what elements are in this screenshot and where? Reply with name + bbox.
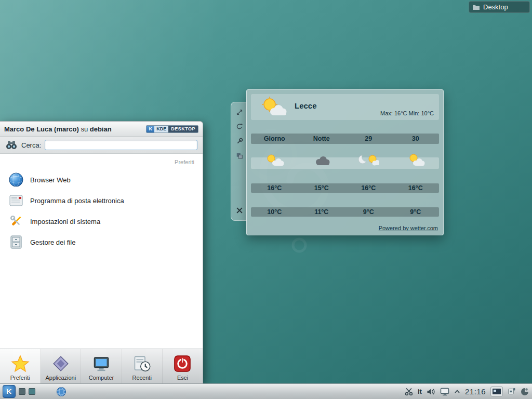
- wrench-icon[interactable]: [235, 137, 244, 146]
- system-tray: it 21:16: [405, 387, 529, 396]
- panel-cashew-icon[interactable]: [520, 387, 529, 396]
- digital-clock[interactable]: 21:16: [465, 387, 486, 396]
- tab-label: Preferiti: [10, 375, 30, 381]
- kickoff-content: Preferiti Browser Web: [0, 154, 203, 349]
- favorite-item-mail[interactable]: Programma di posta elettronica: [7, 190, 195, 211]
- binoculars-icon: [5, 140, 18, 150]
- weather-credit-link[interactable]: Powered by wetter.com: [379, 225, 438, 231]
- favorite-label: Programma di posta elettronica: [30, 197, 124, 205]
- day-temp: 16°C: [345, 183, 392, 193]
- panel-launcher-icon-2[interactable]: [29, 388, 35, 395]
- tray-extra-icon[interactable]: [508, 388, 515, 395]
- favorite-label: Gestore dei file: [30, 238, 75, 246]
- mail-icon: [8, 193, 24, 208]
- weather-city: Lecce: [295, 101, 317, 110]
- tab-esci[interactable]: Esci: [163, 349, 203, 383]
- applications-icon: [51, 354, 70, 373]
- tab-label: Esci: [177, 375, 188, 381]
- weather-widget-handle[interactable]: [231, 102, 247, 221]
- favorite-label: Impostazioni di sistema: [30, 218, 100, 225]
- weather-col-label: 29: [345, 134, 392, 144]
- weather-widget: Lecce Max: 16°C Min: 10°C Giorno Notte 2…: [246, 89, 444, 235]
- favorite-item-settings[interactable]: Impostazioni di sistema: [7, 211, 195, 232]
- folder-widget-title: Desktop: [483, 3, 508, 11]
- tab-label: Recenti: [132, 375, 152, 381]
- favorite-item-filemanager[interactable]: Gestore dei file: [7, 232, 195, 252]
- tab-recenti[interactable]: Recenti: [122, 349, 163, 383]
- sun-cloud-icon: [392, 157, 440, 169]
- night-temp: 10°C: [251, 207, 298, 217]
- rotate-icon[interactable]: [235, 122, 244, 131]
- search-label: Cerca:: [21, 141, 41, 149]
- sun-cloud-icon: [256, 96, 289, 118]
- favorite-item-browser[interactable]: Browser Web: [7, 169, 195, 190]
- user-separator: su: [79, 125, 90, 133]
- pager-icon[interactable]: [490, 387, 503, 396]
- night-temp: 11°C: [298, 207, 345, 217]
- night-temp: 9°C: [392, 207, 440, 217]
- pager-screen: [493, 389, 501, 394]
- clipboard-scissors-icon[interactable]: [405, 388, 413, 396]
- kde-logo-icon: K: [147, 126, 154, 132]
- tab-label: Applicazioni: [45, 375, 76, 381]
- power-icon: [173, 354, 192, 373]
- close-icon[interactable]: [235, 206, 244, 215]
- kickoff-search-row: Cerca:: [0, 137, 203, 154]
- tab-preferiti[interactable]: Preferiti: [0, 349, 41, 383]
- sun-cloud-icon: [251, 157, 298, 169]
- web-browser-icon: [8, 172, 24, 188]
- kickoff-launcher: Marco De Luca (marco) su debian K KDE DE…: [0, 121, 203, 383]
- weather-col-label: Notte: [298, 134, 345, 144]
- section-label: Preferiti: [7, 158, 195, 169]
- desktop-badge-text: DESKTOP: [168, 126, 198, 132]
- weather-max-min: Max: 16°C Min: 10°C: [380, 110, 434, 116]
- weather-icons-row: [251, 157, 439, 169]
- weather-day-temps: 16°C 15°C 16°C 16°C: [251, 183, 439, 193]
- user-name: Marco De Luca (marco): [4, 125, 79, 133]
- moon-sun-icon: [345, 157, 392, 169]
- kde-desktop-badge: K KDE DESKTOP: [146, 125, 198, 133]
- settings-icon[interactable]: [235, 151, 244, 161]
- weather-column-headers: Giorno Notte 29 30: [251, 134, 439, 144]
- weather-header: Lecce Max: 16°C Min: 10°C: [251, 94, 439, 120]
- day-temp: 15°C: [298, 183, 345, 193]
- weather-col-label: 30: [392, 134, 440, 144]
- file-manager-icon: [8, 234, 24, 250]
- volume-icon[interactable]: [427, 388, 435, 396]
- tray-expander-chevron-up-icon[interactable]: [454, 389, 460, 394]
- favorite-label: Browser Web: [30, 176, 71, 184]
- kickoff-user-line: Marco De Luca (marco) su debian: [4, 125, 112, 133]
- weather-night-temps: 10°C 11°C 9°C 9°C: [251, 207, 439, 217]
- day-temp: 16°C: [251, 183, 298, 193]
- resize-icon[interactable]: [235, 108, 244, 117]
- panel-launcher-icon-1[interactable]: [19, 388, 25, 395]
- recent-clock-icon: [132, 354, 151, 373]
- host-name: debian: [90, 125, 112, 133]
- star-icon: [10, 354, 30, 373]
- night-cloud-icon: [298, 157, 345, 169]
- desktop: { "desktop": { "folder_widget_title": "D…: [0, 0, 532, 399]
- panel-globe-icon[interactable]: [56, 387, 66, 397]
- device-notifier-icon[interactable]: [440, 388, 449, 396]
- tab-computer[interactable]: Computer: [81, 349, 122, 383]
- folder-icon: [472, 4, 480, 10]
- search-input[interactable]: [45, 140, 197, 150]
- crossed-tools-icon: [8, 214, 24, 229]
- folder-view-widget[interactable]: Desktop: [469, 1, 530, 13]
- tab-applicazioni[interactable]: Applicazioni: [41, 349, 81, 383]
- keyboard-layout-indicator[interactable]: it: [418, 388, 422, 395]
- weather-col-label: Giorno: [251, 134, 298, 144]
- kmenu-button[interactable]: K: [3, 385, 16, 398]
- kickoff-header: Marco De Luca (marco) su debian K KDE DE…: [0, 122, 203, 137]
- day-temp: 16°C: [392, 183, 440, 193]
- kde-badge-text: KDE: [154, 126, 168, 132]
- night-temp: 9°C: [345, 207, 392, 217]
- bottom-panel: K it 21:16: [0, 383, 532, 399]
- kickoff-tabs: Preferiti Applicazioni Computer Recenti …: [0, 349, 203, 383]
- computer-icon: [92, 354, 111, 373]
- tab-label: Computer: [89, 375, 114, 381]
